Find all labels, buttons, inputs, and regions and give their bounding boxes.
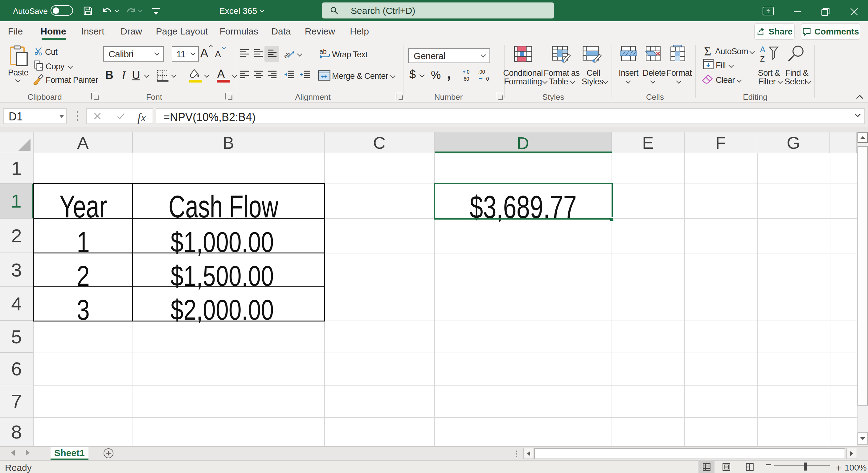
svg-text:ab: ab [319,48,327,55]
svg-text:.00: .00 [478,69,485,74]
svg-text:0: 0 [467,69,469,74]
svg-text:.80: .80 [462,76,469,81]
svg-text:0: 0 [486,76,489,81]
svg-text:A: A [760,45,765,54]
svg-text:Z: Z [760,55,765,63]
